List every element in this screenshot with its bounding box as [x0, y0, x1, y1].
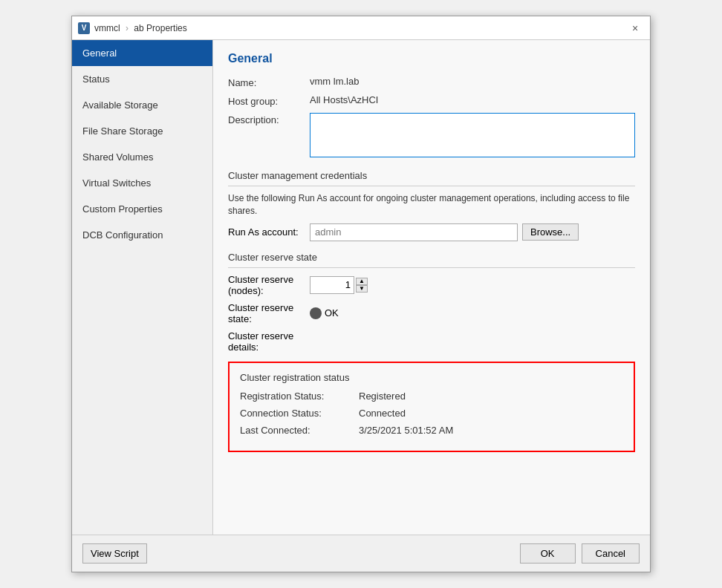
- view-script-button[interactable]: View Script: [82, 543, 147, 564]
- spinner-down[interactable]: ▼: [356, 285, 368, 293]
- sidebar-item-status[interactable]: Status: [72, 66, 212, 92]
- sidebar-item-general[interactable]: General: [72, 40, 212, 66]
- registration-status-label: Registration Status:: [240, 391, 359, 402]
- connection-status-row: Connection Status: Connected: [240, 408, 623, 419]
- description-input[interactable]: [310, 113, 635, 157]
- dialog-body: General Status Available Storage File Sh…: [72, 40, 650, 535]
- run-as-input[interactable]: [310, 223, 518, 241]
- description-row: Description:: [228, 113, 635, 160]
- run-as-row: Run As account: Browse...: [228, 223, 635, 241]
- title-bar-text: vmmcl › ab Properties: [94, 23, 626, 33]
- last-connected-label: Last Connected:: [240, 425, 359, 436]
- close-button[interactable]: ×: [626, 19, 644, 37]
- cluster-reserve-details-row: Cluster reserve details:: [228, 330, 635, 353]
- ok-button[interactable]: OK: [520, 543, 576, 564]
- spinner-up[interactable]: ▲: [356, 278, 368, 285]
- spinner-arrows: ▲ ▼: [356, 278, 368, 293]
- connection-status-label: Connection Status:: [240, 408, 359, 419]
- sidebar-item-available-storage[interactable]: Available Storage: [72, 92, 212, 118]
- description-wrapper: [310, 113, 635, 160]
- cluster-reserve-nodes-input[interactable]: [310, 276, 354, 294]
- browse-button[interactable]: Browse...: [522, 223, 579, 241]
- run-as-label: Run As account:: [228, 226, 310, 238]
- name-row: Name: vmm lm.lab: [228, 76, 635, 88]
- registration-status-row: Registration Status: Registered: [240, 391, 623, 402]
- cluster-reserve-nodes-row: Cluster reserve (nodes): ▲ ▼: [228, 274, 635, 296]
- sidebar: General Status Available Storage File Sh…: [72, 40, 213, 535]
- cluster-reserve-state-icon: [310, 307, 322, 319]
- app-name: vmmcl: [94, 23, 120, 33]
- cluster-reg-header: Cluster registration status: [240, 372, 623, 383]
- cluster-mgmt-desc: Use the following Run As account for ong…: [228, 192, 635, 218]
- cluster-reserve-nodes-label: Cluster reserve (nodes):: [228, 274, 310, 296]
- description-label: Description:: [228, 113, 310, 125]
- title-separator: ›: [126, 23, 129, 33]
- cluster-reserve-details-label: Cluster reserve details:: [228, 330, 310, 353]
- cancel-button[interactable]: Cancel: [582, 543, 640, 564]
- connection-status-value: Connected: [359, 408, 406, 419]
- cluster-reserve-state-value: OK: [325, 307, 339, 318]
- title-bar: V vmmcl › ab Properties ×: [72, 16, 650, 40]
- name-value: vmm lm.lab: [310, 76, 359, 87]
- section-title: General: [228, 52, 635, 65]
- registration-status-value: Registered: [359, 391, 406, 402]
- dialog-footer: View Script OK Cancel: [72, 535, 650, 572]
- app-icon: V: [78, 22, 90, 34]
- dialog-title: ab Properties: [134, 23, 186, 33]
- main-content: General Name: vmm lm.lab Host group: All…: [213, 40, 650, 535]
- cluster-reserve-section: Cluster reserve state Cluster reserve (n…: [228, 252, 635, 353]
- cluster-registration-section: Cluster registration status Registration…: [228, 362, 635, 452]
- footer-right: OK Cancel: [520, 543, 640, 564]
- cluster-reserve-state-label: Cluster reserve state:: [228, 302, 310, 324]
- sidebar-item-shared-volumes[interactable]: Shared Volumes: [72, 144, 212, 170]
- cluster-mgmt-header: Cluster management credentials: [228, 170, 635, 181]
- cluster-reserve-state-row: Cluster reserve state: OK: [228, 302, 635, 324]
- last-connected-value: 3/25/2021 5:01:52 AM: [359, 425, 453, 436]
- sidebar-item-file-share-storage[interactable]: File Share Storage: [72, 118, 212, 144]
- host-group-row: Host group: All Hosts\AzHCI: [228, 94, 635, 107]
- sidebar-item-virtual-switches[interactable]: Virtual Switches: [72, 170, 212, 196]
- divider-2: [228, 267, 635, 268]
- sidebar-item-dcb-configuration[interactable]: DCB Configuration: [72, 222, 212, 248]
- sidebar-item-custom-properties[interactable]: Custom Properties: [72, 196, 212, 222]
- name-label: Name:: [228, 76, 310, 88]
- footer-left: View Script: [82, 543, 520, 564]
- properties-dialog: V vmmcl › ab Properties × General Status…: [71, 16, 651, 572]
- host-group-value: All Hosts\AzHCI: [310, 94, 378, 105]
- cluster-mgmt-section: Cluster management credentials Use the f…: [228, 170, 635, 241]
- cluster-reserve-header: Cluster reserve state: [228, 252, 635, 263]
- divider-1: [228, 186, 635, 186]
- host-group-label: Host group:: [228, 94, 310, 107]
- last-connected-row: Last Connected: 3/25/2021 5:01:52 AM: [240, 425, 623, 436]
